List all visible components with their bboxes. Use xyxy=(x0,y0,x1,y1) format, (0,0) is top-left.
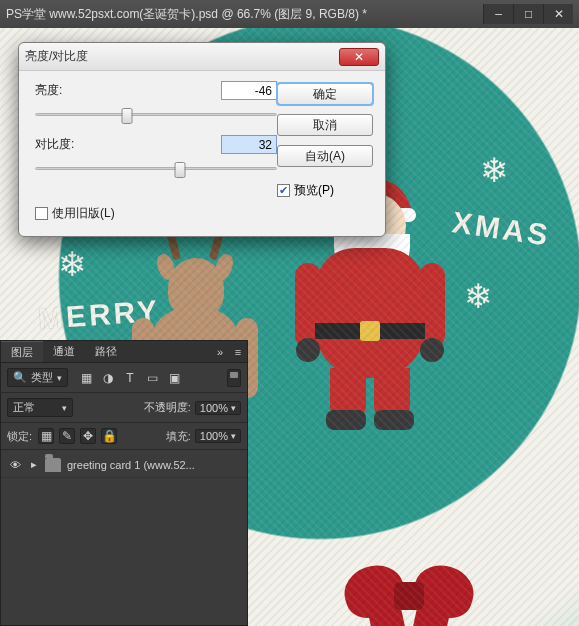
filter-kind-dropdown[interactable]: 类型 ▾ xyxy=(7,368,68,387)
preview-label: 预览(P) xyxy=(294,182,334,199)
lock-position-button[interactable]: ✥ xyxy=(80,428,96,444)
layers-panel: 图层 通道 路径 » ≡ 类型 ▾ ▦ ◑ T ▭ ▣ 正常 ▾ 不透明度: 1… xyxy=(0,340,248,626)
opacity-label: 不透明度: xyxy=(144,400,191,415)
contrast-label: 对比度: xyxy=(35,136,74,153)
artwork-bow xyxy=(344,556,474,626)
brightness-label: 亮度: xyxy=(35,82,62,99)
ok-button[interactable]: 确定 xyxy=(277,83,373,105)
window-minimize-button[interactable]: – xyxy=(483,4,513,24)
fill-input[interactable]: 100% ▾ xyxy=(195,429,241,443)
app-titlebar: PS学堂 www.52psxt.com(圣诞贺卡).psd @ 66.7% (图… xyxy=(0,0,579,28)
blend-mode-label: 正常 xyxy=(13,400,35,415)
snowflake-icon: ❄ xyxy=(480,150,508,190)
tab-channels[interactable]: 通道 xyxy=(43,341,85,362)
fill-value: 100% xyxy=(200,430,228,442)
window-maximize-button[interactable]: □ xyxy=(513,4,543,24)
tab-channels-label: 通道 xyxy=(53,345,75,357)
lock-pixels-button[interactable]: ✎ xyxy=(59,428,75,444)
contrast-slider[interactable] xyxy=(35,160,277,178)
document-title: PS学堂 www.52psxt.com(圣诞贺卡).psd @ 66.7% (图… xyxy=(6,6,483,23)
snowflake-icon: ❄ xyxy=(58,244,86,284)
opacity-value: 100% xyxy=(200,402,228,414)
legacy-checkbox[interactable] xyxy=(35,207,48,220)
window-close-button[interactable]: ✕ xyxy=(543,4,573,24)
lock-icon: 🔒 xyxy=(102,429,117,443)
cancel-button[interactable]: 取消 xyxy=(277,114,373,136)
auto-label: 自动(A) xyxy=(305,148,345,165)
legacy-label: 使用旧版(L) xyxy=(52,205,115,222)
auto-button[interactable]: 自动(A) xyxy=(277,145,373,167)
tab-layers[interactable]: 图层 xyxy=(1,341,43,362)
adjust-icon: ◑ xyxy=(103,371,113,385)
tab-paths-label: 路径 xyxy=(95,345,117,357)
search-icon xyxy=(13,371,27,384)
menu-icon: ≡ xyxy=(235,346,241,358)
chevron-down-icon: ▾ xyxy=(62,403,67,413)
group-disclosure[interactable]: ▸ xyxy=(29,458,39,471)
tab-paths[interactable]: 路径 xyxy=(85,341,127,362)
panel-collapse-button[interactable]: » xyxy=(211,341,229,362)
panel-menu-button[interactable]: ≡ xyxy=(229,341,247,362)
filter-kind-label: 类型 xyxy=(31,370,53,385)
minimize-icon: – xyxy=(495,7,502,21)
filter-pixel-icon[interactable]: ▦ xyxy=(78,370,94,386)
maximize-icon: □ xyxy=(525,7,532,21)
preview-checkbox[interactable]: ✔ xyxy=(277,184,290,197)
tab-layers-label: 图层 xyxy=(11,346,33,358)
ok-label: 确定 xyxy=(313,86,337,103)
dialog-titlebar[interactable]: 亮度/对比度 ✕ xyxy=(19,43,385,71)
filter-type-icon[interactable]: T xyxy=(122,370,138,386)
close-icon: ✕ xyxy=(354,50,364,64)
dialog-title: 亮度/对比度 xyxy=(25,48,339,65)
brush-icon: ✎ xyxy=(62,429,72,443)
smart-icon: ▣ xyxy=(169,371,180,385)
brightness-contrast-dialog: 亮度/对比度 ✕ 亮度: 对比度: xyxy=(18,42,386,237)
filter-shape-icon[interactable]: ▭ xyxy=(144,370,160,386)
type-icon: T xyxy=(126,371,133,385)
move-icon: ✥ xyxy=(83,429,93,443)
layer-name[interactable]: greeting card 1 (www.52... xyxy=(67,459,241,471)
layer-row[interactable]: 👁 ▸ greeting card 1 (www.52... xyxy=(1,452,247,478)
opacity-input[interactable]: 100% ▾ xyxy=(195,401,241,415)
folder-icon xyxy=(45,458,61,472)
brightness-slider[interactable] xyxy=(35,106,277,124)
brightness-input[interactable] xyxy=(221,81,277,100)
lock-all-button[interactable]: 🔒 xyxy=(101,428,117,444)
close-icon: ✕ xyxy=(554,7,564,21)
lock-transparent-icon: ▦ xyxy=(41,429,52,443)
chevron-down-icon: ▾ xyxy=(231,403,236,413)
blend-mode-dropdown[interactable]: 正常 ▾ xyxy=(7,398,73,417)
filter-toggle[interactable] xyxy=(227,369,241,387)
eye-icon: 👁 xyxy=(10,459,21,471)
dialog-close-button[interactable]: ✕ xyxy=(339,48,379,66)
snowflake-icon: ❄ xyxy=(464,276,492,316)
visibility-toggle[interactable]: 👁 xyxy=(7,457,23,473)
cancel-label: 取消 xyxy=(313,117,337,134)
lock-transparent-button[interactable]: ▦ xyxy=(38,428,54,444)
shape-icon: ▭ xyxy=(147,371,158,385)
fill-label: 填充: xyxy=(166,429,191,444)
chevron-down-icon: ▾ xyxy=(231,431,236,441)
chevron-right-icon: ▸ xyxy=(31,458,37,470)
collapse-icon: » xyxy=(217,346,223,358)
pixel-icon: ▦ xyxy=(81,371,92,385)
chevron-down-icon: ▾ xyxy=(57,373,62,383)
filter-smart-icon[interactable]: ▣ xyxy=(166,370,182,386)
contrast-input[interactable] xyxy=(221,135,277,154)
lock-label: 锁定: xyxy=(7,429,32,444)
filter-adjustment-icon[interactable]: ◑ xyxy=(100,370,116,386)
